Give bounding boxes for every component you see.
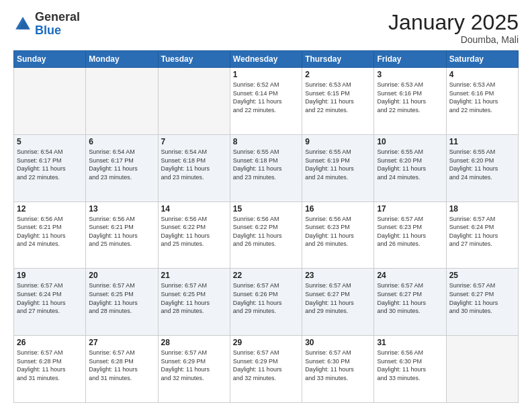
day-info: Sunrise: 6:57 AM Sunset: 6:24 PM Dayligh… xyxy=(17,281,83,315)
day-number: 31 xyxy=(377,338,443,347)
logo-text: General Blue xyxy=(35,11,80,38)
col-thursday: Thursday xyxy=(302,51,374,68)
day-number: 7 xyxy=(161,137,227,146)
day-info: Sunrise: 6:57 AM Sunset: 6:25 PM Dayligh… xyxy=(161,281,227,315)
table-row: 3Sunrise: 6:53 AM Sunset: 6:16 PM Daylig… xyxy=(374,68,446,135)
table-row: 31Sunrise: 6:56 AM Sunset: 6:30 PM Dayli… xyxy=(374,336,446,403)
day-number: 1 xyxy=(233,70,299,79)
calendar-week-row: 5Sunrise: 6:54 AM Sunset: 6:17 PM Daylig… xyxy=(14,134,519,201)
table-row xyxy=(14,68,86,135)
day-info: Sunrise: 6:52 AM Sunset: 6:14 PM Dayligh… xyxy=(233,81,299,114)
day-number: 21 xyxy=(161,271,227,280)
day-number: 4 xyxy=(449,70,515,79)
table-row: 25Sunrise: 6:57 AM Sunset: 6:27 PM Dayli… xyxy=(446,269,518,336)
col-wednesday: Wednesday xyxy=(230,51,302,68)
table-row: 14Sunrise: 6:56 AM Sunset: 6:22 PM Dayli… xyxy=(158,201,230,269)
day-info: Sunrise: 6:57 AM Sunset: 6:29 PM Dayligh… xyxy=(233,349,299,382)
day-info: Sunrise: 6:57 AM Sunset: 6:26 PM Dayligh… xyxy=(233,281,299,315)
table-row: 21Sunrise: 6:57 AM Sunset: 6:25 PM Dayli… xyxy=(158,269,230,336)
table-row: 30Sunrise: 6:57 AM Sunset: 6:30 PM Dayli… xyxy=(302,336,374,403)
day-number: 10 xyxy=(377,137,443,146)
col-sunday: Sunday xyxy=(14,51,86,68)
day-number: 8 xyxy=(233,137,299,146)
table-row: 10Sunrise: 6:55 AM Sunset: 6:20 PM Dayli… xyxy=(374,134,446,201)
table-row: 23Sunrise: 6:57 AM Sunset: 6:27 PM Dayli… xyxy=(302,269,374,336)
day-number: 23 xyxy=(305,271,371,280)
day-info: Sunrise: 6:53 AM Sunset: 6:16 PM Dayligh… xyxy=(377,81,443,114)
day-number: 29 xyxy=(233,338,299,347)
calendar-week-row: 26Sunrise: 6:57 AM Sunset: 6:28 PM Dayli… xyxy=(14,336,519,403)
col-monday: Monday xyxy=(86,51,158,68)
day-info: Sunrise: 6:55 AM Sunset: 6:20 PM Dayligh… xyxy=(377,148,443,181)
day-number: 18 xyxy=(449,204,515,214)
day-info: Sunrise: 6:57 AM Sunset: 6:27 PM Dayligh… xyxy=(305,281,371,315)
calendar-week-row: 12Sunrise: 6:56 AM Sunset: 6:21 PM Dayli… xyxy=(14,201,519,269)
day-number: 24 xyxy=(377,271,443,280)
day-number: 6 xyxy=(89,137,154,146)
day-info: Sunrise: 6:57 AM Sunset: 6:27 PM Dayligh… xyxy=(449,281,515,315)
day-number: 5 xyxy=(17,137,83,146)
day-info: Sunrise: 6:57 AM Sunset: 6:28 PM Dayligh… xyxy=(89,349,154,382)
logo-icon xyxy=(13,15,32,34)
table-row: 6Sunrise: 6:54 AM Sunset: 6:17 PM Daylig… xyxy=(86,134,158,201)
day-info: Sunrise: 6:56 AM Sunset: 6:21 PM Dayligh… xyxy=(17,215,83,248)
table-row: 11Sunrise: 6:55 AM Sunset: 6:20 PM Dayli… xyxy=(446,134,518,201)
table-row: 2Sunrise: 6:53 AM Sunset: 6:15 PM Daylig… xyxy=(302,68,374,135)
day-number: 25 xyxy=(449,271,515,280)
table-row: 27Sunrise: 6:57 AM Sunset: 6:28 PM Dayli… xyxy=(86,336,158,403)
table-row: 24Sunrise: 6:57 AM Sunset: 6:27 PM Dayli… xyxy=(374,269,446,336)
day-number: 9 xyxy=(305,137,371,146)
day-number: 13 xyxy=(89,204,154,214)
page: General Blue January 2025 Doumba, Mali S… xyxy=(0,0,532,411)
day-info: Sunrise: 6:57 AM Sunset: 6:28 PM Dayligh… xyxy=(17,349,83,382)
day-info: Sunrise: 6:56 AM Sunset: 6:23 PM Dayligh… xyxy=(305,215,371,248)
logo-blue-text: Blue xyxy=(35,24,61,37)
day-number: 2 xyxy=(305,70,371,79)
table-row: 12Sunrise: 6:56 AM Sunset: 6:21 PM Dayli… xyxy=(14,201,86,269)
day-info: Sunrise: 6:53 AM Sunset: 6:15 PM Dayligh… xyxy=(305,81,371,114)
table-row: 7Sunrise: 6:54 AM Sunset: 6:18 PM Daylig… xyxy=(158,134,230,201)
day-info: Sunrise: 6:53 AM Sunset: 6:16 PM Dayligh… xyxy=(449,81,515,114)
table-row: 9Sunrise: 6:55 AM Sunset: 6:19 PM Daylig… xyxy=(302,134,374,201)
day-info: Sunrise: 6:57 AM Sunset: 6:25 PM Dayligh… xyxy=(89,281,154,315)
day-info: Sunrise: 6:57 AM Sunset: 6:23 PM Dayligh… xyxy=(377,215,443,248)
day-number: 27 xyxy=(89,338,154,347)
calendar-week-row: 19Sunrise: 6:57 AM Sunset: 6:24 PM Dayli… xyxy=(14,269,519,336)
table-row xyxy=(446,336,518,403)
day-info: Sunrise: 6:57 AM Sunset: 6:30 PM Dayligh… xyxy=(305,349,371,382)
day-number: 17 xyxy=(377,204,443,214)
header: General Blue January 2025 Doumba, Mali xyxy=(13,11,519,45)
day-info: Sunrise: 6:56 AM Sunset: 6:30 PM Dayligh… xyxy=(377,349,443,382)
day-info: Sunrise: 6:55 AM Sunset: 6:18 PM Dayligh… xyxy=(233,148,299,181)
day-info: Sunrise: 6:57 AM Sunset: 6:24 PM Dayligh… xyxy=(449,215,515,248)
title-block: January 2025 Doumba, Mali xyxy=(388,11,519,45)
table-row: 4Sunrise: 6:53 AM Sunset: 6:16 PM Daylig… xyxy=(446,68,518,135)
day-info: Sunrise: 6:54 AM Sunset: 6:17 PM Dayligh… xyxy=(89,148,154,181)
table-row: 15Sunrise: 6:56 AM Sunset: 6:22 PM Dayli… xyxy=(230,201,302,269)
table-row: 29Sunrise: 6:57 AM Sunset: 6:29 PM Dayli… xyxy=(230,336,302,403)
table-row xyxy=(158,68,230,135)
day-number: 20 xyxy=(89,271,154,280)
table-row: 13Sunrise: 6:56 AM Sunset: 6:21 PM Dayli… xyxy=(86,201,158,269)
table-row: 26Sunrise: 6:57 AM Sunset: 6:28 PM Dayli… xyxy=(14,336,86,403)
day-number: 15 xyxy=(233,204,299,214)
day-info: Sunrise: 6:57 AM Sunset: 6:27 PM Dayligh… xyxy=(377,281,443,315)
day-number: 16 xyxy=(305,204,371,214)
day-number: 26 xyxy=(17,338,83,347)
table-row: 17Sunrise: 6:57 AM Sunset: 6:23 PM Dayli… xyxy=(374,201,446,269)
table-row: 22Sunrise: 6:57 AM Sunset: 6:26 PM Dayli… xyxy=(230,269,302,336)
table-row: 5Sunrise: 6:54 AM Sunset: 6:17 PM Daylig… xyxy=(14,134,86,201)
table-row xyxy=(86,68,158,135)
day-number: 3 xyxy=(377,70,443,79)
location-subtitle: Doumba, Mali xyxy=(388,34,519,45)
table-row: 28Sunrise: 6:57 AM Sunset: 6:29 PM Dayli… xyxy=(158,336,230,403)
day-info: Sunrise: 6:56 AM Sunset: 6:21 PM Dayligh… xyxy=(89,215,154,248)
day-number: 12 xyxy=(17,204,83,214)
calendar: Sunday Monday Tuesday Wednesday Thursday… xyxy=(13,50,519,403)
day-info: Sunrise: 6:54 AM Sunset: 6:18 PM Dayligh… xyxy=(161,148,227,181)
col-friday: Friday xyxy=(374,51,446,68)
day-info: Sunrise: 6:54 AM Sunset: 6:17 PM Dayligh… xyxy=(17,148,83,181)
table-row: 20Sunrise: 6:57 AM Sunset: 6:25 PM Dayli… xyxy=(86,269,158,336)
day-number: 19 xyxy=(17,271,83,280)
calendar-week-row: 1Sunrise: 6:52 AM Sunset: 6:14 PM Daylig… xyxy=(14,68,519,135)
